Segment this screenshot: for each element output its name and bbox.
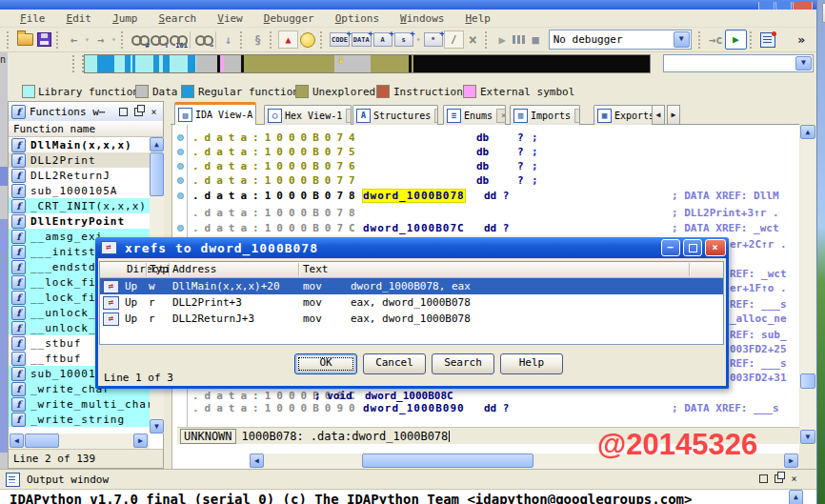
cancel-button[interactable]: Cancel (363, 353, 426, 374)
functions-hscroll-thumb[interactable] (25, 433, 59, 448)
disasm-vscrollbar[interactable] (800, 125, 815, 444)
tab-enums[interactable]: ≡Enums× (443, 105, 506, 125)
tab-close-icon[interactable]: × (346, 109, 352, 123)
ok-button[interactable]: OK (294, 353, 357, 374)
tab-hex-view-1[interactable]: ○Hex View-1× (264, 105, 352, 125)
output-close-button[interactable]: × (788, 473, 800, 485)
dialog-close-button[interactable]: × (705, 239, 726, 256)
scroll-up-icon[interactable]: ▲ (800, 125, 815, 139)
tab-close-icon[interactable]: × (574, 109, 580, 123)
band-drag-handle[interactable] (72, 55, 84, 72)
make-code-icon[interactable]: CODE (330, 32, 350, 47)
scroll-right-icon[interactable]: ▶ (784, 454, 798, 468)
menu-item-search[interactable]: Search (149, 11, 208, 26)
disasm-line[interactable]: .data:1000B075db?; (0, 146, 825, 159)
menu-item-view[interactable]: View (207, 11, 253, 26)
forward-drop-icon[interactable]: ▾ (110, 31, 118, 48)
xref-row[interactable]: ⇄UprDLL2Print+3moveax, dword_1000B078 (100, 294, 723, 311)
xrefs-dialog-titlebar[interactable]: ⇄ xrefs to dword_1000B078 – × (95, 237, 729, 258)
tab-close-icon[interactable]: × (496, 109, 506, 123)
functions-window-titlebar[interactable]: f Functions w⋯ × (9, 102, 163, 122)
output-restore-button[interactable] (773, 473, 785, 485)
stop-process-icon[interactable]: ■ (527, 31, 545, 48)
menu-item-edit[interactable]: Edit (56, 11, 103, 26)
make-function-icon[interactable]: * (424, 32, 443, 47)
search-button[interactable]: Search (432, 353, 494, 374)
edit-icon[interactable]: / (444, 30, 464, 49)
output-log[interactable]: IDAPython v1.7.0 final (serial 0) (c) Th… (0, 489, 816, 504)
string-drop-icon[interactable]: ▾ (414, 31, 423, 48)
tab-close-icon[interactable]: × (434, 109, 438, 123)
help-button[interactable]: Help (500, 353, 563, 374)
menu-item-debugger[interactable]: Debugger (253, 11, 325, 26)
scroll-right-icon[interactable]: ▶ (133, 433, 148, 448)
disasm-line[interactable]: .data:1000B074db?; (0, 131, 825, 145)
dialog-maximize-button[interactable] (683, 239, 702, 256)
script-icon[interactable] (760, 32, 775, 48)
disasm-line[interactable]: .data:1000B078; DLL2Print+3↑r . (0, 207, 825, 220)
column-header-text[interactable]: Text (303, 263, 329, 275)
tab-ida-view-a[interactable]: ▤IDA View-A× (174, 102, 256, 125)
open-file-icon[interactable] (17, 33, 33, 46)
chevron-down-icon[interactable]: ▼ (795, 56, 812, 71)
chevron-down-icon[interactable]: ▼ (674, 31, 690, 48)
disasm-line[interactable]: .data:1000B076db?; (0, 160, 825, 173)
menu-item-file[interactable]: File (10, 11, 56, 26)
functions-close-button[interactable]: × (148, 106, 160, 118)
back-drop-icon[interactable]: ▾ (83, 31, 91, 48)
debugger-combo[interactable]: No debugger▼ (549, 30, 692, 50)
back-icon[interactable]: ← (65, 31, 83, 48)
functions-restore-button[interactable] (132, 106, 145, 118)
menu-item-jump[interactable]: Jump (102, 11, 149, 26)
toolbar-overflow-chevron[interactable]: » (797, 32, 805, 47)
start-process-icon[interactable]: ▶ (493, 31, 512, 48)
menu-item-options[interactable]: Options (325, 11, 390, 26)
disasm-hscroll-thumb[interactable] (362, 454, 533, 468)
pause-process-icon[interactable] (512, 32, 527, 47)
tab-imports[interactable]: ▥Imports× (510, 105, 580, 125)
scroll-left-icon[interactable]: ◀ (250, 454, 264, 468)
search-number-icon[interactable]: # (130, 32, 149, 48)
xrefs-table-header[interactable]: DirectiTypAddressText (100, 262, 723, 278)
column-header-address[interactable]: Address (172, 263, 216, 275)
output-window-titlebar[interactable]: Output window (0, 471, 816, 489)
tab-scroll-right-icon[interactable]: ▶ (667, 105, 680, 125)
make-string-icon[interactable]: s (394, 32, 413, 47)
scroll-down-icon[interactable]: ▼ (800, 430, 815, 444)
column-header-typ[interactable]: Typ (150, 263, 169, 275)
run-to-cursor-icon[interactable]: ▶ (725, 30, 747, 50)
search-binary-icon[interactable]: 101 (168, 32, 187, 48)
disasm-vscroll-thumb[interactable] (800, 373, 815, 389)
signature-icon[interactable]: § (249, 31, 267, 48)
tab-structures[interactable]: AStructures× (352, 105, 438, 125)
output-maximize-button[interactable] (757, 473, 770, 485)
search-next-icon[interactable]: → (193, 32, 212, 48)
search-text-icon[interactable]: T (149, 32, 168, 48)
functions-maximize-button[interactable] (117, 106, 130, 118)
dialog-minimize-button[interactable]: – (661, 239, 680, 256)
scroll-down-icon[interactable]: ▼ (150, 419, 164, 433)
disasm-line[interactable]: .data:1000B090dword_1000B090dd ?; DATA X… (0, 402, 825, 415)
disasm-line[interactable]: .data:1000B07Cdword_1000B07Cdd ?; DATA X… (0, 222, 825, 235)
disasm-line[interactable]: .data:1000B078dword_1000B078dd ?; DATA X… (0, 190, 825, 203)
save-file-icon[interactable] (37, 32, 51, 47)
xref-row[interactable]: ⇄UpwDllMain(x,x,x)+20movdword_1000B078, … (100, 278, 723, 294)
scroll-left-icon[interactable]: ◀ (10, 433, 24, 448)
xref-row[interactable]: ⇄UprDLL2ReturnJ+3moveax, dword_1000B078 (100, 311, 723, 327)
disasm-line[interactable]: .data:1000B077db?; (0, 174, 825, 188)
disasm-line[interactable]: .data:1000B08C; void dword_1000B08C (0, 390, 825, 403)
attach-icon[interactable]: →c (707, 31, 725, 48)
waitbox-icon[interactable] (300, 32, 315, 48)
forward-icon[interactable]: → (91, 31, 110, 48)
tab-scroll-left-icon[interactable]: ◀ (652, 105, 665, 125)
make-data-icon[interactable]: DATA (352, 32, 372, 47)
problems-icon[interactable]: ▲ (278, 30, 298, 49)
menu-item-windows[interactable]: Windows (390, 11, 454, 26)
menu-item-help[interactable]: Help (454, 11, 501, 26)
delete-icon[interactable]: × (464, 31, 482, 48)
navigation-band[interactable] (84, 54, 651, 73)
workspace-combo[interactable]: ▼ (663, 54, 814, 72)
scroll-up-icon[interactable]: ▲ (789, 490, 803, 504)
jump-down-icon[interactable]: ↓ (219, 31, 237, 48)
make-name-icon[interactable]: A (373, 32, 392, 47)
